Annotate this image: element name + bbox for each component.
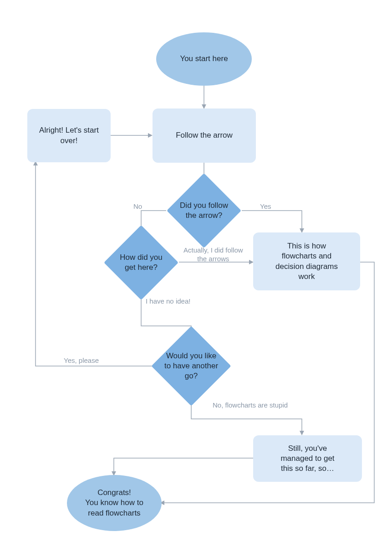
node-how-here: How did youget here? [115, 236, 168, 289]
node-congrats: Congrats!You know how toread flowcharts [67, 475, 162, 531]
edge-stillmanaged-to-congrats [114, 458, 253, 475]
flowchart-canvas: { "nodes": { "start": {"text": "You star… [0, 0, 392, 547]
edge-label-no-stupid: No, flowcharts are stupid [213, 401, 288, 410]
node-still-managed: Still, you'vemanaged to getthis so far, … [253, 435, 362, 482]
edge-label-actually: Actually, I did followthe arrows [183, 246, 243, 263]
edge-didfollow-yes [242, 211, 302, 232]
node-follow: Follow the arrow [153, 108, 256, 163]
node-did-follow-label: Did you followthe arrow? [180, 201, 228, 221]
node-another-go: Would you liketo have anothergo? [163, 338, 219, 394]
edge-label-yes-please: Yes, please [64, 356, 99, 365]
edge-howhere-noidea [141, 288, 191, 337]
edge-label-no-idea: I have no idea! [146, 297, 190, 306]
edge-label-yes: Yes [260, 202, 271, 211]
node-did-follow: Did you followthe arrow? [178, 184, 230, 237]
node-this-is-how-label: This is howflowcharts anddecision diagra… [275, 241, 338, 281]
node-follow-label: Follow the arrow [176, 130, 233, 140]
node-another-go-label: Would you liketo have anothergo? [164, 351, 218, 381]
node-start-over: Alright! Let's startover! [27, 109, 111, 162]
node-start: You start here [156, 32, 252, 86]
node-this-is-how: This is howflowcharts anddecision diagra… [253, 232, 360, 290]
node-start-label: You start here [180, 54, 228, 64]
node-start-over-label: Alright! Let's startover! [39, 125, 99, 145]
node-still-managed-label: Still, you'vemanaged to getthis so far, … [280, 444, 334, 474]
edge-label-no: No [133, 202, 142, 211]
node-how-here-label: How did youget here? [120, 253, 163, 273]
node-congrats-label: Congrats!You know how toread flowcharts [85, 488, 143, 518]
